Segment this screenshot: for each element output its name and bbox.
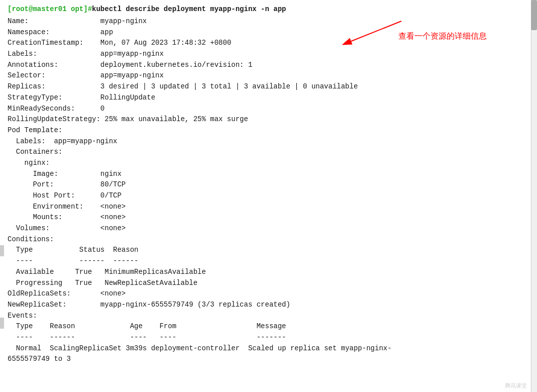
image-key: Image: (8, 170, 100, 178)
selector-key: Selector: (8, 71, 100, 79)
namespace-key: Namespace: (8, 28, 100, 36)
cond-available-reason: MinimumReplicasAvailable (104, 268, 206, 276)
ev-divider: ---- ------ ---- ---- ------- (8, 333, 286, 341)
ev-type: Normal (8, 344, 41, 352)
events-label: Events: (8, 312, 37, 320)
cond-header: Type Status Reason (8, 246, 138, 254)
image-val: nginx (100, 170, 122, 178)
mounts-key: Mounts: (8, 213, 100, 221)
name-val: myapp-nginx (100, 17, 147, 25)
new-rs-val: myapp-nginx-6555579749 (3/3 replicas cre… (100, 301, 290, 309)
port-val: 80/TCP (100, 180, 126, 188)
nginx-label: nginx: (8, 159, 50, 167)
svg-line-1 (351, 21, 401, 41)
pt-labels-val: app=myapp-nginx (54, 137, 117, 145)
creation-key: CreationTimestamp: (8, 39, 100, 47)
volumes-key: Volumes: (8, 224, 100, 232)
ev-message: Scaled up replica set myapp-nginx- (248, 344, 392, 352)
ev-message2: 6555579749 to 3 (8, 355, 71, 363)
annotations-key: Annotations: (8, 61, 100, 69)
cond-available-status: True (75, 268, 92, 276)
cond-progressing-reason: NewReplicaSetAvailable (104, 279, 197, 287)
terminal-window: [root@master01 opt]# kubectl describe de… (0, 0, 537, 392)
ev-from: deployment-controller (151, 344, 240, 352)
cond-divider: ---- ------ ------ (8, 257, 138, 265)
selector-val: app=myapp-nginx (100, 71, 164, 79)
hostport-val: 0/TCP (100, 191, 122, 200)
ev-reason: ScalingReplicaSet (50, 344, 122, 352)
labels-key: Labels: (8, 50, 100, 58)
strategy-key: StrategyType: (8, 93, 100, 102)
side-marker-2 (0, 318, 4, 329)
ev-header: Type Reason Age From Message (8, 322, 286, 330)
replicas-val: 3 desired | 3 updated | 3 total | 3 avai… (100, 82, 358, 90)
strategy-val: RollingUpdate (100, 93, 155, 102)
cond-progressing-status: True (75, 279, 92, 287)
cond-available-type: Available (8, 268, 54, 276)
ev-age: 3m39s (126, 344, 147, 352)
minready-val: 0 (100, 105, 104, 113)
command-prompt: [root@master01 opt]# (8, 5, 92, 13)
pod-template: Pod Template: (8, 126, 62, 134)
rolling-val: 25% max unavailable, 25% max surge (104, 115, 248, 123)
port-key: Port: (8, 180, 100, 188)
output-block: Name: myapp-nginx Namespace: app Creatio… (8, 16, 529, 365)
containers-label: Containers: (8, 148, 62, 156)
old-rs-val: <none> (100, 289, 126, 298)
new-rs-key: NewReplicaSet: (8, 301, 100, 309)
old-rs-key: OldReplicaSets: (8, 289, 100, 298)
rolling-key: RollingUpdateStrategy: (8, 115, 104, 123)
annotation-arrow (336, 16, 416, 46)
watermark: 腾讯课堂 (505, 382, 527, 389)
creation-val: Mon, 07 Aug 2023 17:48:32 +0800 (100, 39, 231, 47)
environment-key: Environment: (8, 203, 100, 211)
name-key: Name: (8, 17, 100, 25)
side-marker-1 (0, 245, 4, 256)
labels-val: app=myapp-nginx (100, 50, 164, 58)
replicas-key: Replicas: (8, 82, 100, 90)
scrollbar-track[interactable] (531, 0, 537, 392)
pt-labels-key: Labels: (8, 137, 54, 145)
cond-progressing-type: Progressing (8, 279, 62, 287)
annotations-val: deployment.kubernetes.io/revision: 1 (100, 61, 252, 69)
minready-key: MinReadySeconds: (8, 105, 100, 113)
namespace-val: app (100, 28, 113, 36)
annotation-container: 查看一个资源的详细信息 (398, 31, 487, 42)
hostport-key: Host Port: (8, 191, 100, 200)
scrollbar-thumb[interactable] (531, 0, 537, 30)
mounts-val: <none> (100, 213, 126, 221)
conditions-label: Conditions: (8, 235, 54, 243)
volumes-val: <none> (100, 224, 126, 232)
command-text: kubectl describe deployment myapp-nginx … (92, 5, 286, 15)
environment-val: <none> (100, 203, 126, 211)
